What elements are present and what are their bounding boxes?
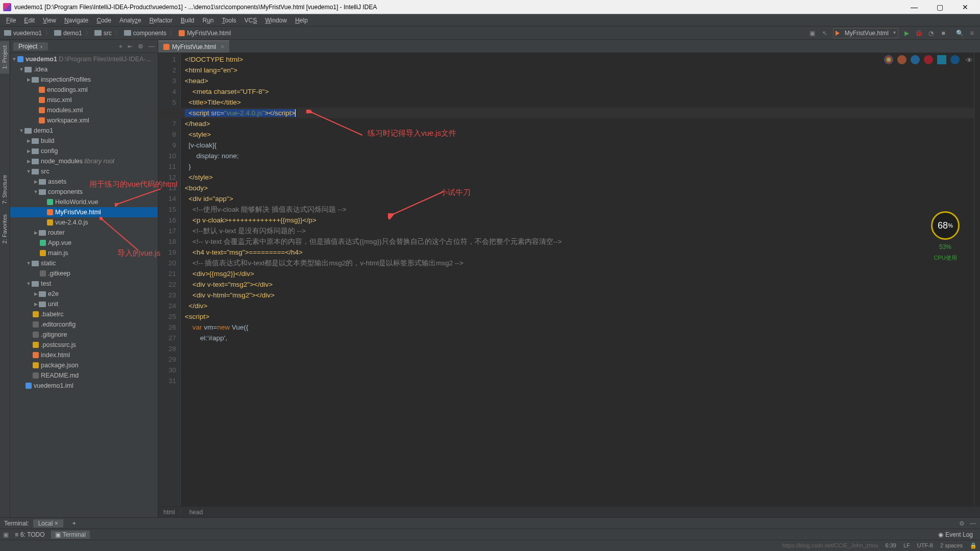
tab-todo[interactable]: ≡ 6: TODO [11, 531, 49, 539]
menu-analyze[interactable]: Analyze [115, 16, 145, 25]
close-icon[interactable]: × [220, 43, 224, 51]
menu-edit[interactable]: Edit [20, 16, 39, 25]
line-gutter: 1 2 3 4 5 6 7 8 9 10 11 12 13 14 15 16 1… [158, 53, 181, 506]
tab-project[interactable]: 1: Project [0, 41, 9, 73]
menu-build[interactable]: Build [177, 16, 199, 25]
settings-icon[interactable]: ⚙ [138, 43, 143, 50]
hide-icon[interactable]: — [149, 43, 155, 50]
editor-tabs: MyFristVue.html × [158, 40, 980, 53]
locate-icon[interactable]: ⌖ [119, 43, 122, 50]
menu-file[interactable]: File [2, 16, 20, 25]
folder-icon [94, 30, 102, 36]
terminal-toolwindow-header: Terminal: Local × + ⚙ — [0, 517, 980, 529]
crumb-4[interactable]: MyFristVue.html [187, 30, 231, 37]
tab-terminal[interactable]: ▣ Terminal [51, 531, 90, 539]
html-icon [179, 30, 185, 36]
debug-button[interactable]: 🐞 [915, 29, 923, 37]
navigation-bar: vuedemo1〉 demo1〉 src〉 components〉 MyFris… [0, 27, 980, 40]
menu-tools[interactable]: Tools [218, 16, 240, 25]
code-editor[interactable]: 👁 1 2 3 4 5 6 7 8 9 10 11 12 13 14 15 16… [158, 53, 980, 506]
folder-icon [124, 30, 131, 36]
tab-eventlog[interactable]: ◉ Event Log [934, 531, 977, 539]
tab-structure[interactable]: 7: Structure [0, 170, 9, 209]
project-tree[interactable]: vuedemo1 D:\Program Files\IntelliJ-IDEA-… [10, 53, 158, 517]
quick-access-icon[interactable]: ▣ [3, 531, 9, 538]
tree-item-selected: MyFristVue.html [10, 207, 158, 217]
collapse-icon[interactable]: ⇤ [128, 43, 133, 50]
folder-icon [54, 30, 61, 36]
settings-icon[interactable]: ≡ [968, 29, 976, 37]
left-toolwindow-strip: 1: Project 7: Structure 2: Favorites [0, 40, 10, 517]
maximize-button[interactable]: ▢ [932, 3, 947, 11]
edge-icon[interactable] [950, 55, 960, 64]
run-config-combo[interactable]: MyFristVue.html [833, 28, 898, 38]
menu-refactor[interactable]: Refactor [145, 16, 177, 25]
crumb-2[interactable]: src [104, 30, 112, 37]
menu-vcs[interactable]: VCS [240, 16, 261, 25]
file-tab[interactable]: MyFristVue.html × [158, 40, 229, 53]
coverage-button[interactable]: ◔ [927, 29, 935, 37]
status-indent[interactable]: 2 spaces [940, 542, 963, 549]
tab-favorites[interactable]: 2: Favorites [0, 210, 9, 248]
main-menu: File Edit View Navigate Code Analyze Ref… [0, 14, 980, 27]
menu-help[interactable]: Help [291, 16, 312, 25]
editor-breadcrumb: html 〉 head [158, 506, 980, 517]
chrome-icon[interactable] [884, 55, 893, 64]
close-button[interactable]: ✕ [958, 3, 973, 11]
browser-icons [884, 55, 960, 64]
status-encoding[interactable]: UTF-8 [917, 542, 933, 549]
ie-icon[interactable] [937, 55, 946, 64]
menu-navigate[interactable]: Navigate [60, 16, 92, 25]
breadcrumb: vuedemo1〉 demo1〉 src〉 components〉 MyFris… [4, 29, 231, 37]
project-toolwindow: Project ⌖ ⇤ ⚙ — vuedemo1 D:\Program File… [10, 40, 158, 517]
run-button[interactable]: ▶ [902, 29, 911, 37]
menu-code[interactable]: Code [92, 16, 115, 25]
firefox-icon[interactable] [897, 55, 906, 64]
watermark: https://blog.csdn.net/CCIE_John_zhou [782, 542, 878, 549]
bottom-toolwindow-strip: ▣ ≡ 6: TODO ▣ Terminal ◉ Event Log [0, 529, 980, 540]
project-header: Project ⌖ ⇤ ⚙ — [10, 40, 158, 53]
editor-area: MyFristVue.html × 👁 1 2 3 4 5 6 7 8 9 10… [158, 40, 980, 517]
project-view-combo[interactable]: Project [13, 42, 48, 51]
terminal-add-tab[interactable]: + [67, 519, 81, 528]
close-icon[interactable]: × [55, 520, 58, 527]
terminal-tab-local[interactable]: Local × [33, 519, 63, 528]
stop-button[interactable]: ■ [939, 29, 947, 37]
hide-icon[interactable]: — [970, 520, 976, 527]
search-icon[interactable]: 🔍 [955, 29, 964, 37]
settings-icon[interactable]: ⚙ [959, 520, 965, 527]
nav-target-icon[interactable]: ▣ [808, 29, 817, 37]
cpu-gauge: 68% 53% CPU使用 [931, 211, 960, 263]
minimize-button[interactable]: — [906, 3, 922, 11]
folder-icon [4, 30, 11, 36]
window-titlebar: vuedemo1 [D:\Program Files\IntelliJ-IDEA… [0, 0, 980, 14]
crumb-3[interactable]: components [133, 30, 166, 37]
crumb-root[interactable]: vuedemo1 [13, 30, 42, 37]
code-content[interactable]: <!DOCTYPE html><html lang="en"><head> <m… [181, 53, 974, 506]
status-caret-pos[interactable]: 6:39 [886, 542, 896, 549]
crumb-1[interactable]: demo1 [63, 30, 82, 37]
intention-bulb-icon[interactable]: 💡 [181, 97, 181, 108]
safari-icon[interactable] [911, 55, 920, 64]
status-lock-icon[interactable]: 🔒 [970, 542, 977, 549]
inspections-icon[interactable]: 👁 [966, 55, 973, 66]
menu-window[interactable]: Window [261, 16, 291, 25]
status-bar: https://blog.csdn.net/CCIE_John_zhou 6:3… [0, 540, 980, 551]
nav-back-icon[interactable]: ↖ [821, 29, 829, 37]
html-icon [163, 44, 169, 50]
opera-icon[interactable] [924, 55, 933, 64]
status-line-sep[interactable]: LF [903, 542, 910, 549]
window-title: vuedemo1 [D:\Program Files\IntelliJ-IDEA… [14, 4, 906, 11]
menu-view[interactable]: View [39, 16, 60, 25]
app-icon [3, 3, 11, 11]
menu-run[interactable]: Run [199, 16, 218, 25]
